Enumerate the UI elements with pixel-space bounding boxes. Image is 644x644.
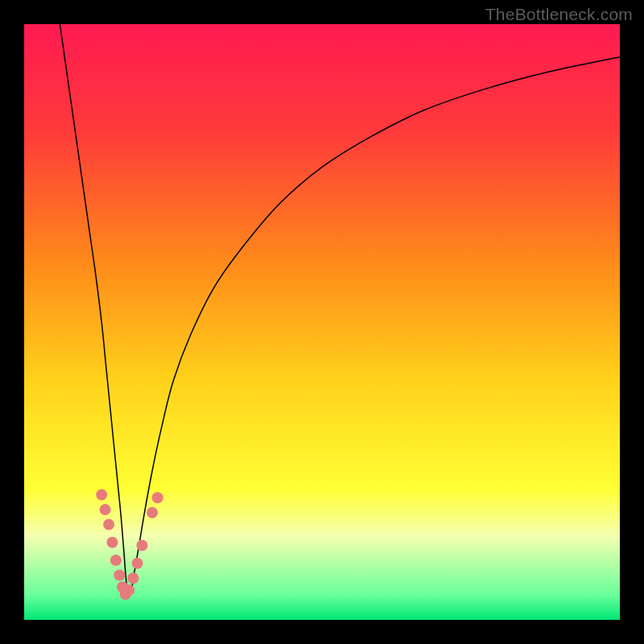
chart-svg [24,24,620,620]
marker-dot [127,572,138,584]
plot-area [24,24,620,620]
highlight-dots [96,489,163,601]
marker-dot [132,558,143,569]
marker-dot [110,555,122,566]
marker-dot [147,507,158,518]
marker-dot [107,537,118,548]
chart-frame: TheBottleneck.com [0,0,644,644]
marker-dot [114,570,125,581]
marker-dot [100,504,111,515]
marker-dot [96,489,107,501]
marker-dot [152,492,163,503]
bottleneck-curve [60,24,620,596]
watermark-text: TheBottleneck.com [485,5,633,24]
marker-dot [123,584,134,596]
marker-dot [137,540,148,551]
marker-dot [103,519,114,530]
